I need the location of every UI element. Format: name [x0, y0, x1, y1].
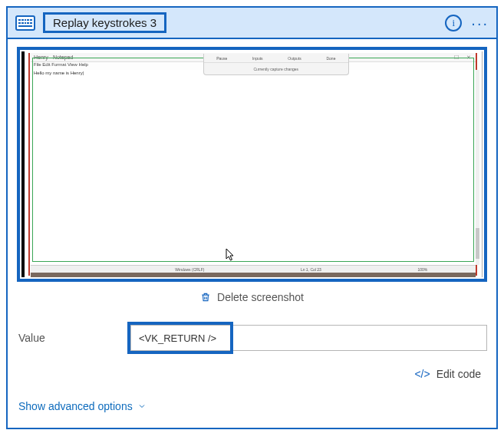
recorder-toolbar: Pause Inputs Outputs Done Currently capt… [203, 54, 349, 75]
value-label: Value [17, 332, 130, 344]
info-icon[interactable]: i [445, 15, 462, 31]
screenshot-scrollbar-thumb [476, 228, 479, 259]
value-input[interactable] [130, 325, 487, 351]
screenshot-taskbar [31, 273, 476, 277]
status-item: Ln 1, Col 23 [301, 267, 321, 272]
chevron-down-icon [137, 402, 147, 411]
capture-region-border [32, 58, 474, 262]
action-title[interactable]: Replay keystrokes 3 [43, 12, 166, 33]
screenshot-statusbar: Windows (CRLF) Ln 1, Col 23 100% [31, 265, 476, 273]
edit-code-button[interactable]: </> Edit code [17, 368, 487, 380]
status-item: 100% [417, 267, 427, 272]
screenshot-text-content: Hello my name is Henry| [34, 71, 84, 75]
recorder-tab: Outputs [288, 56, 301, 61]
action-card: Replay keystrokes 3 i ··· Henry - Notepa… [6, 6, 498, 429]
recorder-tab: Done [326, 56, 335, 61]
edit-code-label: Edit code [436, 368, 481, 380]
show-advanced-toggle[interactable]: Show advanced options [17, 400, 487, 417]
keyboard-icon [15, 15, 35, 31]
recorder-tab: Inputs [252, 56, 263, 61]
delete-screenshot-button[interactable]: Delete screenshot [17, 291, 487, 303]
advanced-label: Show advanced options [18, 400, 133, 412]
value-field-row: Value [17, 325, 487, 351]
card-body: Henry - Notepad — ☐ ✕ File Edit Format V… [8, 39, 496, 428]
trash-icon [200, 291, 211, 303]
more-icon[interactable]: ··· [471, 15, 489, 31]
recorder-subtext: Currently capture changes [204, 63, 348, 74]
delete-screenshot-label: Delete screenshot [217, 291, 304, 303]
screenshot-preview[interactable]: Henry - Notepad — ☐ ✕ File Edit Format V… [17, 47, 487, 282]
cursor-icon [226, 248, 236, 265]
recorder-tab: Pause [216, 56, 227, 61]
status-item: Windows (CRLF) [175, 267, 204, 272]
code-icon: </> [414, 368, 430, 380]
card-header: Replay keystrokes 3 i ··· [8, 8, 496, 39]
